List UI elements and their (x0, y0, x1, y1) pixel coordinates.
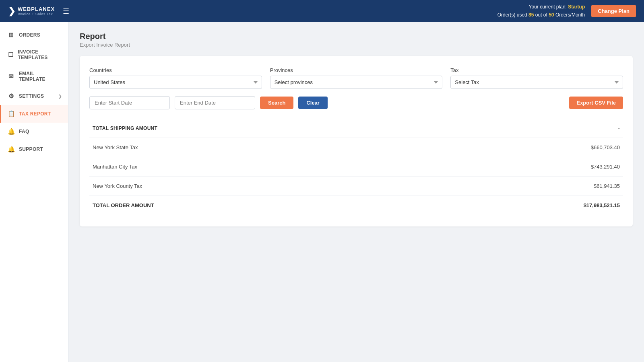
sidebar-item-settings[interactable]: ⚙ SETTINGS ❯ (0, 87, 68, 105)
tax-report-icon: 📋 (8, 110, 15, 117)
report-card: Countries United States Canada United Ki… (80, 56, 633, 226)
row-label: TOTAL SHIPPING AMOUNT (89, 119, 423, 138)
row-value: - (423, 119, 623, 138)
start-date-input[interactable] (89, 96, 170, 109)
page-title: Report (80, 32, 633, 41)
header-right: Your current plan: Startup Order(s) used… (497, 3, 636, 19)
hamburger-icon[interactable]: ☰ (63, 7, 69, 16)
tax-filter: Tax Select Tax (450, 67, 623, 89)
orders-total: 50 (549, 12, 554, 18)
countries-label: Countries (89, 67, 262, 73)
plan-text: Your current plan: (529, 4, 567, 10)
sidebar-item-label: SUPPORT (19, 146, 43, 152)
sidebar-item-tax-report[interactable]: 📋 TAX REPORT (0, 105, 68, 123)
main-content: Report Export Invoice Report Countries U… (68, 22, 644, 362)
table-row-total: TOTAL ORDER AMOUNT $17,983,521.15 (89, 196, 623, 215)
logo-text: WEBPLANEX Invoice + Sales Tax (18, 6, 55, 16)
logo-sub: Invoice + Sales Tax (18, 12, 55, 16)
provinces-filter: Provinces Select provinces (270, 67, 443, 89)
table-row: TOTAL SHIPPING AMOUNT - (89, 119, 623, 138)
sidebar: ⊞ ORDERS ☐ INVOICE TEMPLATES ✉ EMAIL TEM… (0, 22, 68, 362)
out-of-label: out of (535, 12, 547, 18)
faq-icon: 🔔 (8, 128, 15, 135)
row-value: $660,703.40 (423, 138, 623, 157)
orders-used: 85 (528, 12, 534, 18)
sidebar-item-orders[interactable]: ⊞ ORDERS (0, 26, 68, 44)
chevron-right-icon: ❯ (58, 94, 62, 99)
logo-arrow: ❯ (8, 7, 15, 16)
change-plan-button[interactable]: Change Plan (591, 5, 636, 17)
actions-row: Search Clear Export CSV File (89, 96, 623, 109)
search-button[interactable]: Search (260, 97, 293, 109)
orders-unit: Orders/Month (555, 12, 585, 18)
sidebar-item-email-template[interactable]: ✉ EMAIL TEMPLATE (0, 66, 68, 87)
countries-select[interactable]: United States Canada United Kingdom (89, 76, 262, 89)
table-row: New York State Tax $660,703.40 (89, 138, 623, 157)
sidebar-item-invoice-templates[interactable]: ☐ INVOICE TEMPLATES (0, 44, 68, 66)
header: ❯ WEBPLANEX Invoice + Sales Tax ☰ Your c… (0, 0, 644, 22)
sidebar-item-label: INVOICE TEMPLATES (18, 49, 62, 60)
sidebar-item-faq[interactable]: 🔔 FAQ (0, 123, 68, 140)
provinces-label: Provinces (270, 67, 443, 73)
tax-label: Tax (450, 67, 623, 73)
sidebar-item-support[interactable]: 🔔 SUPPORT (0, 140, 68, 158)
logo: ❯ WEBPLANEX Invoice + Sales Tax (8, 6, 55, 16)
logo-name: WEBPLANEX (18, 6, 55, 12)
sidebar-item-label: EMAIL TEMPLATE (19, 71, 62, 82)
row-value: $743,291.40 (423, 157, 623, 177)
report-table: TOTAL SHIPPING AMOUNT - New York State T… (89, 119, 623, 215)
sidebar-item-label: SETTINGS (19, 93, 44, 99)
support-icon: 🔔 (8, 146, 15, 153)
total-value: $17,983,521.15 (423, 196, 623, 215)
clear-button[interactable]: Clear (298, 97, 328, 109)
page-subtitle: Export Invoice Report (80, 42, 633, 48)
provinces-select[interactable]: Select provinces (270, 76, 443, 89)
table-row: New York County Tax $61,941.35 (89, 177, 623, 196)
sidebar-item-label: TAX REPORT (19, 111, 51, 117)
layout: ⊞ ORDERS ☐ INVOICE TEMPLATES ✉ EMAIL TEM… (0, 22, 644, 362)
orders-icon: ⊞ (8, 31, 15, 39)
row-label: New York County Tax (89, 177, 423, 196)
sidebar-item-label: FAQ (19, 129, 29, 134)
settings-icon: ⚙ (8, 93, 15, 100)
row-label: Manhattan City Tax (89, 157, 423, 177)
plan-info: Your current plan: Startup Order(s) used… (497, 3, 585, 19)
row-label: New York State Tax (89, 138, 423, 157)
export-csv-button[interactable]: Export CSV File (569, 97, 623, 109)
tax-select[interactable]: Select Tax (450, 76, 623, 89)
actions-left: Search Clear (89, 96, 328, 109)
email-icon: ✉ (8, 73, 15, 80)
invoice-icon: ☐ (8, 51, 14, 58)
end-date-input[interactable] (175, 96, 255, 109)
countries-filter: Countries United States Canada United Ki… (89, 67, 262, 89)
orders-used-label: Order(s) used (497, 12, 527, 18)
row-value: $61,941.35 (423, 177, 623, 196)
header-left: ❯ WEBPLANEX Invoice + Sales Tax ☰ (8, 6, 69, 16)
table-row: Manhattan City Tax $743,291.40 (89, 157, 623, 177)
plan-name: Startup (568, 4, 585, 10)
filters-row: Countries United States Canada United Ki… (89, 67, 623, 89)
sidebar-item-label: ORDERS (19, 32, 40, 38)
total-label: TOTAL ORDER AMOUNT (89, 196, 423, 215)
